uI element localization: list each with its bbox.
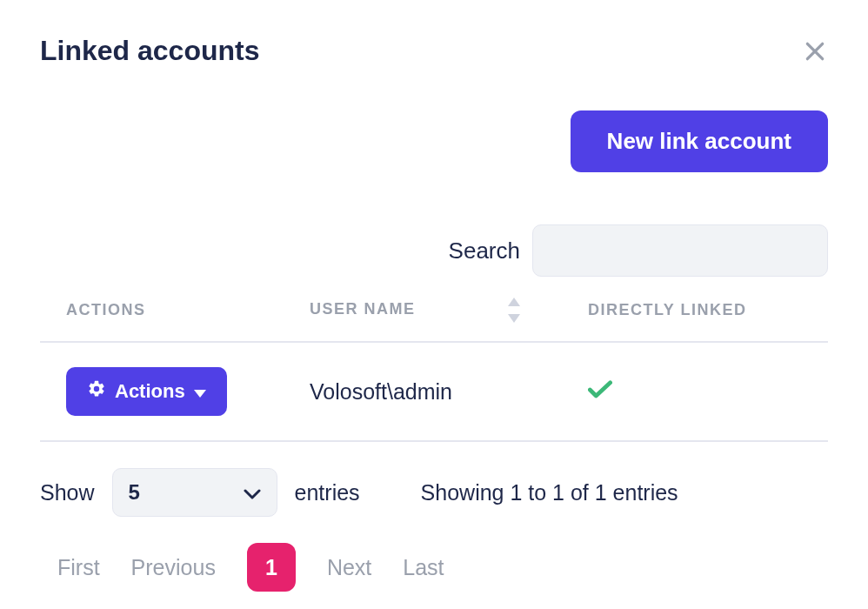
pagination-current[interactable]: 1 — [247, 543, 296, 592]
column-header-actions: Actions — [40, 292, 284, 342]
chevron-down-icon — [244, 480, 261, 505]
page-size-select[interactable]: 5 — [112, 468, 277, 517]
svg-marker-4 — [194, 390, 206, 398]
cell-directly-linked — [562, 342, 828, 441]
check-icon — [588, 379, 612, 404]
table-row: Actions Volosoft\admin — [40, 342, 828, 441]
actions-button[interactable]: Actions — [66, 367, 227, 416]
actions-button-label: Actions — [115, 380, 185, 403]
pagination: First Previous 1 Next Last — [40, 543, 828, 592]
entries-info: Showing 1 to 1 of 1 entries — [421, 480, 678, 505]
search-input[interactable] — [532, 224, 828, 277]
linked-accounts-modal: Linked accounts New link account Search … — [0, 0, 868, 609]
close-icon[interactable] — [802, 38, 828, 64]
svg-marker-3 — [508, 314, 520, 323]
pagination-next[interactable]: Next — [327, 555, 371, 580]
search-label: Search — [449, 238, 520, 264]
search-row: Search — [40, 224, 828, 277]
gear-icon — [87, 379, 106, 404]
pagination-first[interactable]: First — [57, 555, 100, 580]
top-actions: New link account — [40, 110, 828, 172]
pagination-previous[interactable]: Previous — [131, 555, 216, 580]
footer-top: Show 5 entries Showing 1 to 1 of 1 entri… — [40, 468, 828, 517]
entries-label: entries — [295, 480, 360, 505]
column-header-user-name[interactable]: User Name — [284, 292, 562, 342]
accounts-table: Actions User Name Directly Linked — [40, 292, 828, 442]
caret-down-icon — [194, 380, 206, 403]
modal-header: Linked accounts — [40, 35, 828, 67]
sort-up-icon — [508, 292, 520, 311]
svg-marker-2 — [508, 298, 520, 306]
pagination-last[interactable]: Last — [403, 555, 444, 580]
table-footer: Show 5 entries Showing 1 to 1 of 1 entri… — [40, 468, 828, 592]
sort-icon[interactable] — [508, 292, 520, 327]
show-label: Show — [40, 480, 95, 505]
sort-down-icon — [508, 309, 520, 327]
modal-title: Linked accounts — [40, 35, 260, 67]
page-size-value: 5 — [129, 480, 140, 505]
column-header-directly-linked: Directly Linked — [562, 292, 828, 342]
cell-user-name: Volosoft\admin — [284, 342, 562, 441]
new-link-account-button[interactable]: New link account — [571, 110, 828, 172]
